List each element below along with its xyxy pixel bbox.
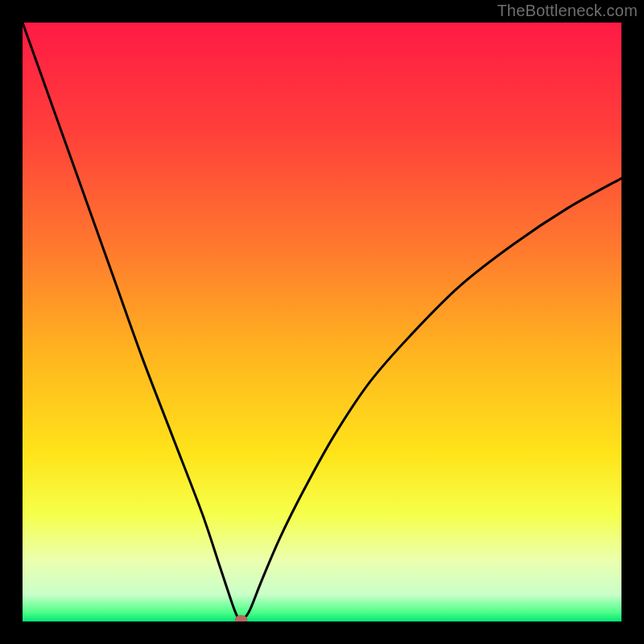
outer-frame: TheBottleneck.com — [0, 0, 644, 644]
plot-area — [23, 23, 621, 621]
chart-svg — [23, 23, 621, 621]
attribution-label: TheBottleneck.com — [497, 2, 638, 20]
gradient-background — [23, 23, 621, 621]
